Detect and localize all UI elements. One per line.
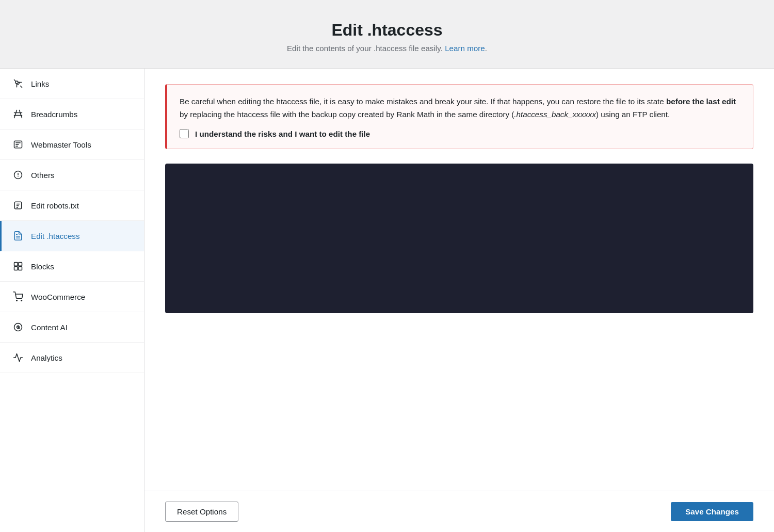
robots-icon — [12, 200, 24, 211]
sidebar-item-others[interactable]: Others — [0, 160, 144, 190]
content-footer: Reset Options Save Changes — [144, 491, 774, 532]
webmaster-icon — [12, 139, 24, 150]
svg-rect-9 — [19, 267, 22, 270]
sidebar-item-blocks-label: Blocks — [31, 262, 54, 271]
breadcrumbs-icon — [12, 108, 24, 120]
sidebar-item-analytics-label: Analytics — [31, 353, 62, 362]
sidebar-item-robots-label: Edit robots.txt — [31, 201, 79, 210]
warning-text: Be careful when editing the htaccess fil… — [180, 95, 740, 121]
sidebar-item-htaccess-label: Edit .htaccess — [31, 232, 80, 240]
warning-text-part2: by replacing the htaccess file with the … — [180, 110, 514, 119]
sidebar-item-breadcrumbs[interactable]: Breadcrumbs — [0, 99, 144, 130]
svg-rect-8 — [14, 267, 18, 270]
content-inner: Be careful when editing the htaccess fil… — [144, 69, 774, 491]
learn-more-link[interactable]: Learn more — [445, 44, 485, 53]
warning-text-part1: Be careful when editing the htaccess fil… — [180, 97, 666, 106]
svg-rect-6 — [14, 263, 18, 266]
links-icon — [12, 78, 24, 89]
risk-checkbox-row: I understand the risks and I want to edi… — [180, 129, 740, 138]
sidebar-item-blocks[interactable]: Blocks — [0, 251, 144, 282]
htaccess-icon — [12, 230, 24, 241]
sidebar-item-links-label: Links — [31, 79, 49, 88]
warning-text-part3: ) using an FTP client. — [596, 110, 670, 119]
warning-box: Be careful when editing the htaccess fil… — [165, 84, 753, 149]
svg-point-10 — [17, 300, 18, 301]
svg-point-11 — [21, 300, 22, 301]
svg-rect-7 — [19, 263, 22, 266]
page-header: Edit .htaccess Edit the contents of your… — [0, 0, 774, 69]
woo-icon — [12, 291, 24, 302]
sidebar-item-woo-label: WooCommerce — [31, 293, 85, 301]
sidebar-item-edit-htaccess[interactable]: Edit .htaccess — [0, 221, 144, 251]
sidebar-item-webmaster-label: Webmaster Tools — [31, 140, 91, 149]
ai-icon — [12, 321, 24, 333]
sidebar-item-ai-label: Content AI — [31, 323, 68, 332]
svg-rect-3 — [14, 202, 21, 208]
warning-italic: .htaccess_back_xxxxxx — [514, 110, 596, 119]
subtitle-text: Edit the contents of your .htaccess file… — [287, 44, 443, 53]
warning-bold: before the last edit — [666, 97, 736, 106]
analytics-icon — [12, 352, 24, 363]
sidebar-item-breadcrumbs-label: Breadcrumbs — [31, 110, 77, 119]
risk-checkbox-label[interactable]: I understand the risks and I want to edi… — [195, 130, 370, 138]
sidebar-item-webmaster-tools[interactable]: Webmaster Tools — [0, 130, 144, 160]
risk-checkbox[interactable] — [180, 129, 189, 138]
others-icon — [12, 169, 24, 181]
save-changes-button[interactable]: Save Changes — [671, 502, 753, 521]
page-title: Edit .htaccess — [10, 21, 764, 40]
main-layout: Links Breadcrumbs Webmaster Tools Others — [0, 69, 774, 532]
sidebar-item-edit-robots[interactable]: Edit robots.txt — [0, 190, 144, 221]
sidebar-item-links[interactable]: Links — [0, 69, 144, 99]
sidebar-item-others-label: Others — [31, 171, 55, 180]
sidebar: Links Breadcrumbs Webmaster Tools Others — [0, 69, 144, 532]
page-wrapper: Edit .htaccess Edit the contents of your… — [0, 0, 774, 532]
blocks-icon — [12, 261, 24, 272]
sidebar-item-content-ai[interactable]: Content AI — [0, 312, 144, 343]
content-area: Be careful when editing the htaccess fil… — [144, 69, 774, 532]
reset-options-button[interactable]: Reset Options — [165, 502, 238, 522]
code-editor[interactable] — [165, 164, 753, 313]
sidebar-item-analytics[interactable]: Analytics — [0, 343, 144, 373]
sidebar-item-woocommerce[interactable]: WooCommerce — [0, 282, 144, 312]
page-subtitle: Edit the contents of your .htaccess file… — [10, 44, 764, 53]
